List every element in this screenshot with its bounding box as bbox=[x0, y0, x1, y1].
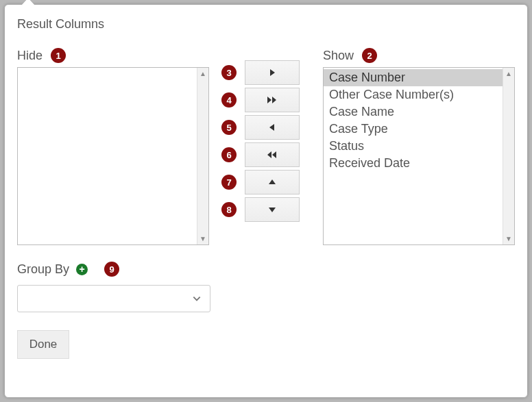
move-left-button[interactable] bbox=[245, 115, 300, 140]
done-button[interactable]: Done bbox=[17, 330, 69, 359]
move-all-right-button[interactable] bbox=[245, 88, 300, 112]
mover-column: 345678 bbox=[219, 48, 300, 225]
scroll-up-icon: ▲ bbox=[200, 68, 206, 79]
show-label: Show bbox=[323, 49, 354, 63]
panel-title: Result Columns bbox=[17, 17, 515, 32]
callout-2: 2 bbox=[362, 48, 377, 63]
group-by-select[interactable] bbox=[17, 285, 210, 312]
done-button-label: Done bbox=[29, 338, 58, 351]
show-scrollbar[interactable]: ▲ ▼ bbox=[503, 68, 514, 244]
scroll-down-icon: ▼ bbox=[200, 233, 206, 244]
move-all-right-icon bbox=[267, 96, 278, 104]
hide-label: Hide bbox=[17, 49, 43, 63]
callout-8: 8 bbox=[221, 202, 237, 217]
result-columns-panel: Result Columns Hide 1 ▲ ▼ 345678 Show 2 bbox=[4, 4, 528, 398]
callout-6: 6 bbox=[221, 147, 237, 162]
mover-row: 6 bbox=[221, 142, 300, 167]
hide-listbox[interactable]: ▲ ▼ bbox=[17, 67, 209, 245]
mover-row: 7 bbox=[221, 170, 300, 194]
show-listbox[interactable]: Case NumberOther Case Number(s)Case Name… bbox=[323, 67, 515, 245]
move-up-button[interactable] bbox=[245, 170, 300, 194]
show-list-item[interactable]: Received Date bbox=[324, 155, 503, 172]
hide-column-block: Hide 1 ▲ ▼ bbox=[17, 48, 209, 245]
move-down-icon bbox=[268, 206, 276, 213]
scroll-up-icon: ▲ bbox=[505, 68, 512, 79]
show-list-item[interactable]: Case Number bbox=[324, 69, 503, 86]
callout-1: 1 bbox=[51, 48, 66, 63]
columns-row: Hide 1 ▲ ▼ 345678 Show 2 Case NumberOthe… bbox=[17, 48, 515, 245]
move-down-button[interactable] bbox=[245, 197, 300, 222]
move-left-icon bbox=[269, 123, 276, 131]
show-list-item[interactable]: Case Name bbox=[324, 103, 503, 121]
callout-9: 9 bbox=[104, 262, 119, 277]
mover-row: 5 bbox=[221, 115, 300, 140]
show-list-item[interactable]: Case Type bbox=[324, 121, 503, 138]
callout-3: 3 bbox=[221, 65, 237, 80]
move-up-icon bbox=[268, 179, 276, 186]
group-by-label: Group By bbox=[17, 262, 69, 277]
show-header: Show 2 bbox=[323, 48, 515, 63]
move-all-left-button[interactable] bbox=[245, 142, 300, 167]
mover-row: 8 bbox=[221, 197, 300, 222]
callout-4: 4 bbox=[221, 92, 237, 108]
callout-7: 7 bbox=[221, 175, 237, 190]
move-all-left-icon bbox=[267, 151, 278, 159]
show-column-block: Show 2 Case NumberOther Case Number(s)Ca… bbox=[323, 48, 515, 245]
mover-row: 3 bbox=[221, 60, 300, 85]
move-right-button[interactable] bbox=[245, 60, 300, 85]
hide-scrollbar[interactable]: ▲ ▼ bbox=[197, 68, 208, 244]
mover-row: 4 bbox=[221, 88, 300, 112]
panel-notch bbox=[21, 0, 35, 5]
show-list-item[interactable]: Other Case Number(s) bbox=[324, 86, 503, 103]
add-group-by-icon[interactable]: + bbox=[76, 264, 88, 275]
group-by-row: Group By + 9 bbox=[17, 262, 515, 277]
show-list-item[interactable]: Status bbox=[324, 138, 503, 155]
hide-header: Hide 1 bbox=[17, 48, 209, 63]
move-right-icon bbox=[269, 68, 276, 77]
callout-5: 5 bbox=[221, 120, 237, 135]
scroll-down-icon: ▼ bbox=[505, 233, 512, 244]
chevron-down-icon bbox=[192, 294, 202, 303]
